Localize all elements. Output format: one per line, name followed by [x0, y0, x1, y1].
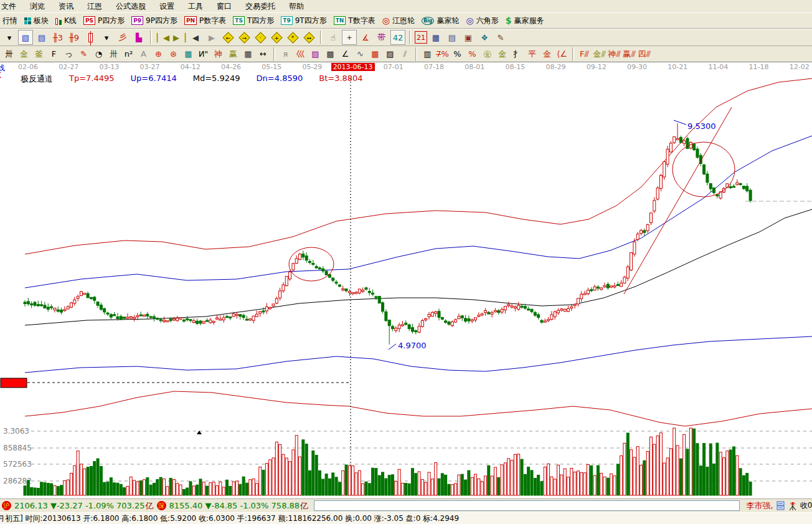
purple-grid-fan-icon[interactable]: ▨ [308, 47, 323, 61]
gold-ruler-2-icon[interactable]: 釜 [32, 47, 46, 61]
menu-item-2[interactable]: 资讯 [59, 1, 73, 12]
win-slash-icon[interactable]: 赢⫻ [622, 47, 636, 61]
crosshair-tool-icon[interactable]: ＋ [342, 30, 357, 45]
diamond-left-icon[interactable]: ← [220, 30, 235, 45]
table-tool-icon[interactable]: ▥ [420, 47, 435, 61]
notepad-icon[interactable]: ▤ [445, 30, 460, 45]
pen-tool-icon[interactable]: ✎ [77, 47, 91, 61]
si-slash-icon[interactable]: 四⫻ [637, 47, 651, 61]
gold-line-icon[interactable]: 金 [495, 47, 509, 61]
view-dropdown-icon[interactable]: ▾ [2, 30, 17, 45]
prev-page-icon[interactable]: ◀ [188, 30, 203, 45]
color-hist-icon[interactable]: ▙ [131, 30, 146, 45]
slash-lines-icon[interactable]: ⫽ [398, 47, 412, 61]
save-icon[interactable]: ▣ [461, 30, 476, 45]
menu-item-1[interactable]: 浏览 [30, 1, 45, 12]
angle-lines-icon[interactable]: ∠ [338, 47, 352, 61]
menu-item-0[interactable]: 文件 [1, 1, 16, 12]
diamond-star-icon[interactable]: * [285, 30, 300, 45]
percent-icon[interactable]: % [450, 47, 465, 61]
menu-item-7[interactable]: 窗口 [217, 1, 232, 12]
antenna-icon[interactable] [788, 501, 797, 511]
candle-dropdown-icon[interactable]: ▾ [99, 30, 114, 45]
gold-slash-icon[interactable]: 金⫻ [592, 47, 607, 61]
menu-item-8[interactable]: 交易委托 [245, 1, 275, 12]
target-tool-icon[interactable]: ⊕ [151, 47, 166, 61]
star-grid-icon[interactable]: ⊛ [166, 47, 181, 61]
dark-grid-icon[interactable]: ▩ [323, 47, 338, 61]
angle-tool-icon[interactable]: ∡ [358, 30, 373, 45]
bars-3-icon[interactable]: ╫3 [50, 30, 65, 45]
toolbar-item-quotes[interactable]: 行情 [2, 16, 17, 26]
gold-circle-icon[interactable]: ㊎ [480, 47, 494, 61]
menu-item-4[interactable]: 公式选股 [116, 1, 146, 12]
toolbar-item-p-table[interactable]: PNP数字表 [184, 16, 226, 26]
toolbar-item-p-square[interactable]: PSP四方形 [83, 16, 125, 26]
diamond-right-icon[interactable]: → [237, 30, 252, 45]
grid-arrow-icon[interactable]: ▨ [383, 47, 397, 61]
strike-percent-icon[interactable]: 7̶% [435, 47, 450, 61]
wave-tool-icon[interactable]: ∿ [353, 47, 367, 61]
shen-slash-icon[interactable]: 神⫻ [607, 47, 621, 61]
window-split-icon[interactable] [777, 501, 785, 510]
calculator-icon[interactable]: ▦ [428, 30, 443, 45]
width-tool-icon[interactable]: ↔ [256, 47, 270, 61]
chart-area[interactable]: 3.30638588455725632862829.53004.9700 极反通… [0, 72, 812, 498]
ruler-2-icon[interactable]: я [278, 47, 293, 61]
angle-red-icon[interactable]: ⟨∠ [555, 47, 569, 61]
percent-line-icon[interactable]: % [465, 47, 479, 61]
gold-ruler-1-icon[interactable]: 金 [17, 47, 31, 61]
gold-red-line-icon[interactable]: 金 [540, 47, 554, 61]
n2-tool-icon[interactable]: n² [121, 47, 136, 61]
bars-9-icon[interactable]: ╫9 [67, 30, 82, 45]
spiral-tool-icon[interactable]: っ [62, 47, 76, 61]
network-pc-icon[interactable]: ❖ [477, 30, 492, 45]
toolbar-item-hexagon[interactable]: ◎六角形 [466, 16, 498, 26]
candle-style-icon[interactable] [83, 30, 98, 45]
shen-grid-icon[interactable]: 神 [211, 47, 225, 61]
hash-2-icon[interactable]: 卅 [106, 47, 121, 61]
info-doc-icon[interactable]: ▤ [34, 30, 49, 45]
hash-ruler-icon[interactable]: 卅 [2, 47, 16, 61]
menu-item-9[interactable]: 帮助 [289, 1, 304, 12]
first-page-icon[interactable]: ▏◀ [156, 30, 171, 45]
toolbar-item-t-table[interactable]: TNT数字表 [334, 16, 375, 26]
next-page-icon[interactable]: ▶ [204, 30, 219, 45]
f-slash-icon[interactable]: F⫻ [577, 47, 592, 61]
toolbar-item-winner-wheel[interactable]: Big赢家轮 [422, 16, 460, 26]
toolbar-item-kline[interactable]: K线 [55, 16, 77, 26]
diamond-up-icon[interactable]: · [253, 30, 268, 45]
pen-edit-icon[interactable]: 扌 [510, 47, 524, 61]
teal-grid-icon[interactable]: ▦ [181, 47, 196, 61]
menu-item-3[interactable]: 江恩 [87, 1, 102, 12]
grid-purple-tool-icon[interactable]: 带 [374, 30, 389, 45]
toolbar-item-t-square[interactable]: TST四方形 [233, 16, 274, 26]
code-input[interactable] [314, 500, 739, 511]
toolbar-item-winner-service[interactable]: $赢家服务 [506, 16, 544, 26]
toolbar-item-9t-square[interactable]: T99T四方形 [281, 16, 326, 26]
calendar-21-icon[interactable]: 21 [415, 31, 427, 44]
f-ruler-icon[interactable]: F [47, 47, 61, 61]
brush-icon[interactable]: ✎ [493, 30, 508, 45]
win-grid-icon[interactable]: 赢 [226, 47, 240, 61]
hand-tool-icon[interactable]: ☝ [326, 30, 341, 45]
menu-item-5[interactable]: 设置 [159, 1, 174, 12]
pattern-tool-icon[interactable]: 彡 [115, 30, 130, 45]
toolbar-item-gann-wheel[interactable]: ◎江恩轮 [382, 16, 415, 26]
a-tool-icon[interactable]: A [136, 47, 151, 61]
toolbar-item-sectors[interactable]: 板块 [24, 16, 49, 26]
diamond-cross-icon[interactable]: + [269, 30, 284, 45]
last-page-icon[interactable]: ▶▕ [172, 30, 187, 45]
diamond-move-icon[interactable]: ↔ [301, 30, 316, 45]
quote-tool-icon[interactable]: И" [196, 47, 210, 61]
menu-item-6[interactable]: 工具 [188, 1, 203, 12]
toolbar-item-9p-square[interactable]: P99P四方形 [131, 16, 177, 26]
red-grid-icon[interactable]: ▦ [368, 47, 382, 61]
candlestick-chart[interactable]: 3.30638588455725632862829.53004.9700 [0, 72, 812, 498]
ping-line-icon[interactable]: 平 [525, 47, 539, 61]
grid-123-icon[interactable]: ▦ [241, 47, 255, 61]
trend-tool-icon[interactable]: ▧ [18, 30, 33, 45]
teal-42-tool-icon[interactable]: 42 [390, 30, 405, 45]
clock-circle-icon[interactable]: ◔ [92, 47, 106, 61]
red-fan-icon[interactable]: 巛 [293, 47, 308, 61]
